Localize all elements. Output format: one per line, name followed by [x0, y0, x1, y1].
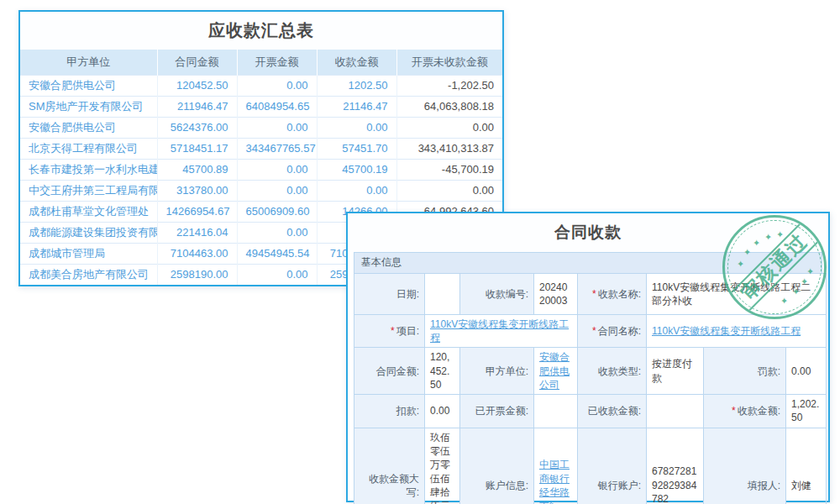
date-value[interactable]: [425, 274, 460, 315]
received-amount-cell: 0.00: [317, 117, 396, 138]
contract-name-label: *合同名称:: [578, 315, 647, 348]
party-a-label: 甲方单位:: [460, 348, 534, 395]
bank-account-label: 银行账户:: [578, 428, 647, 504]
basic-info-section: 基本信息 日期: 收款编号: 2024020003 *收款名称: 110kV安徽…: [354, 252, 822, 504]
invoiced-unpaid-cell: -1,202.50: [396, 75, 502, 96]
invoiced-unpaid-cell: 343,410,313.87: [396, 138, 502, 159]
invoiced-amount-label: 已开票金额:: [460, 394, 534, 428]
contract-amount-cell: 211946.47: [157, 96, 237, 117]
column-header-contract-amount: 合同金额: [157, 50, 237, 75]
required-marker: *: [732, 405, 736, 417]
party-cell: 安徽合肥供电公司: [20, 75, 157, 96]
contract-amount-cell: 45700.89: [157, 159, 237, 180]
received-amount-cell: 1202.50: [317, 75, 396, 96]
column-header-received-amount: 收款金额: [317, 50, 396, 75]
contract-amount-cell: 313780.00: [157, 180, 237, 201]
receipt-amount-value: 1,202.50: [786, 394, 827, 428]
invoiced-amount-cell: 0.00: [237, 75, 317, 96]
party-a-value: 安徽合肥供电公司: [534, 348, 578, 395]
project-value: 110kV安徽线程集变开断线路工程: [425, 315, 578, 348]
received-amount-value[interactable]: [647, 394, 704, 428]
received-amount-label: 已收款金额:: [578, 394, 647, 428]
required-marker: *: [592, 325, 596, 337]
project-link[interactable]: 110kV安徽线程集变开断线路工程: [430, 318, 569, 344]
contract-amount-value: 120,452.50: [425, 348, 460, 395]
invoiced-amount-value[interactable]: [534, 394, 578, 428]
contract-receipt-panel: 合同收款 基本信息 日期: 收款编号: 2024020003 *收款名称: 11…: [346, 212, 830, 502]
receipt-no-label: 收款编号:: [460, 274, 534, 315]
amount-in-words-label: 收款金额大写:: [354, 428, 425, 504]
required-marker: *: [592, 288, 596, 300]
invoiced-amount-cell: 0.00: [237, 159, 317, 180]
contract-amount-label: 合同金额:: [354, 348, 425, 395]
table-row[interactable]: SM房地产开发有限公司 211946.47 64084954.65 21146.…: [20, 96, 502, 117]
deduction-value: 0.00: [425, 394, 460, 428]
preparer-label: 填报人:: [704, 428, 786, 504]
required-marker: *: [391, 325, 395, 337]
contract-receipt-form: 日期: 收款编号: 2024020003 *收款名称: 110kV安徽线程集变开…: [354, 273, 827, 504]
table-row[interactable]: 中交王府井第三工程局有限公司 313780.00 0.00 0.00 0.00: [20, 180, 502, 201]
party-cell: 成都杜甫草堂文化管理处: [20, 201, 157, 222]
account-info-value: 中国工商银行经华路支行: [534, 428, 578, 504]
invoiced-unpaid-cell: 64,063,808.18: [396, 96, 502, 117]
contract-amount-cell: 5718451.17: [157, 138, 237, 159]
contract-amount-cell: 14266954.67: [157, 201, 237, 222]
table-row[interactable]: 安徽合肥供电公司 120452.50 0.00 1202.50 -1,202.5…: [20, 75, 502, 96]
party-a-link[interactable]: 安徽合肥供电公司: [539, 351, 570, 390]
amount-in-words-value: 玖佰零伍万零伍佰肆拾伍元伍角整: [425, 428, 460, 504]
receipt-name-label: *收款名称:: [578, 274, 647, 315]
contract-amount-cell: 120452.50: [157, 75, 237, 96]
contract-name-link[interactable]: 110kV安徽线程集变开断线路工程: [652, 325, 801, 337]
contract-amount-cell: 5624376.00: [157, 117, 237, 138]
column-header-invoiced-unpaid-amount: 开票未收款金额: [396, 50, 502, 75]
received-amount-cell: 45700.19: [317, 159, 396, 180]
table-row[interactable]: 安徽合肥供电公司 5624376.00 0.00 0.00 0.00: [20, 117, 502, 138]
invoiced-amount-cell: 0.00: [237, 117, 317, 138]
received-amount-cell: 21146.47: [317, 96, 396, 117]
party-cell: 北京天得工程有限公司: [20, 138, 157, 159]
table-row[interactable]: 长春市建投第一水利水电建设有限公司 45700.89 0.00 45700.19…: [20, 159, 502, 180]
received-amount-cell: 0.00: [317, 180, 396, 201]
invoiced-unpaid-cell: 0.00: [396, 180, 502, 201]
contract-amount-cell: 221416.04: [157, 222, 237, 243]
receipt-name-value: 110kV安徽线程集变开断线路工程二部分补收: [647, 274, 827, 315]
party-cell: 成都美合房地产有限公司: [20, 264, 157, 285]
contract-name-value: 110kV安徽线程集变开断线路工程: [647, 315, 827, 348]
deduction-label: 扣款:: [354, 394, 425, 428]
project-label: *项目:: [354, 315, 425, 348]
invoiced-amount-cell: 64084954.65: [237, 96, 317, 117]
invoiced-amount-cell: 0.00: [237, 222, 317, 243]
invoiced-unpaid-cell: 0.00: [396, 117, 502, 138]
preparer-value: 刘健: [786, 428, 827, 504]
receipt-amount-label: *收款金额:: [704, 394, 786, 428]
party-cell: 安徽合肥供电公司: [20, 117, 157, 138]
account-info-label: 账户信息:: [460, 428, 534, 504]
party-cell: 长春市建投第一水利水电建设有限公司: [20, 159, 157, 180]
account-info-link[interactable]: 中国工商银行经华路支行: [539, 459, 570, 504]
received-amount-cell: 57451.70: [317, 138, 396, 159]
penalty-label: 罚款:: [704, 348, 786, 395]
contract-amount-cell: 2598190.00: [157, 264, 237, 285]
invoiced-amount-cell: 49454945.54: [237, 243, 317, 264]
summary-panel-title: 应收款汇总表: [20, 12, 502, 50]
invoiced-amount-cell: 0.00: [237, 180, 317, 201]
receipt-no-value: 2024020003: [534, 274, 578, 315]
section-header-basic-info: 基本信息: [354, 252, 822, 273]
party-cell: 成都能源建设集团投资有限公司: [20, 222, 157, 243]
receipt-type-value: 按进度付款: [647, 348, 704, 395]
invoiced-amount-cell: 0.00: [237, 264, 317, 285]
party-cell: 中交王府井第三工程局有限公司: [20, 180, 157, 201]
summary-header-row: 甲方单位 合同金额 开票金额 收款金额 开票未收款金额: [20, 50, 502, 75]
column-header-invoiced-amount: 开票金额: [237, 50, 317, 75]
table-row[interactable]: 北京天得工程有限公司 5718451.17 343467765.57 57451…: [20, 138, 502, 159]
contract-amount-cell: 7104463.00: [157, 243, 237, 264]
date-label: 日期:: [354, 274, 425, 315]
invoiced-amount-cell: 65006909.60: [237, 201, 317, 222]
detail-panel-title: 合同收款: [348, 213, 828, 252]
penalty-value: 0.00: [786, 348, 827, 395]
invoiced-unpaid-cell: -45,700.19: [396, 159, 502, 180]
invoiced-amount-cell: 343467765.57: [237, 138, 317, 159]
receipt-type-label: 收款类型:: [578, 348, 647, 395]
party-cell: 成都城市管理局: [20, 243, 157, 264]
bank-account-value: 6782728192829384782: [647, 428, 704, 504]
